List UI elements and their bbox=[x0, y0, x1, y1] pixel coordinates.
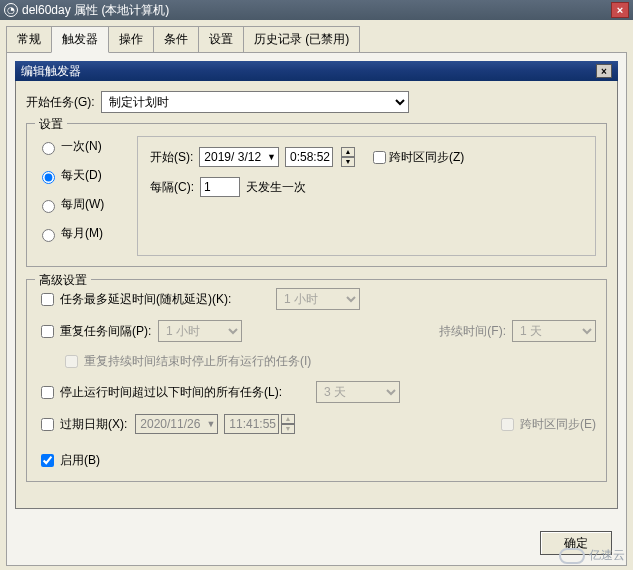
window-close-button[interactable]: × bbox=[611, 2, 629, 18]
tab-general[interactable]: 常规 bbox=[6, 26, 52, 53]
adv-repeat-checkbox[interactable] bbox=[41, 325, 54, 338]
ok-button[interactable]: 确定 bbox=[540, 531, 612, 555]
adv-repeat-select[interactable]: 1 小时 bbox=[158, 320, 242, 342]
freq-once-radio[interactable] bbox=[42, 142, 55, 155]
freq-weekly-label: 每周(W) bbox=[61, 196, 104, 213]
adv-expire-row: 过期日期(X): 2020/11/26 ▼ 11:41:55 ▲ ▼ 跨时区同步… bbox=[37, 413, 596, 435]
tab-conditions[interactable]: 条件 bbox=[153, 26, 199, 53]
app-icon: ◔ bbox=[4, 3, 18, 17]
dialog-close-button[interactable]: × bbox=[596, 64, 612, 78]
frequency-detail-panel: 开始(S): 2019/ 3/12 ▼ 0:58:52 ▲ ▼ bbox=[137, 136, 596, 256]
tab-triggers[interactable]: 触发器 bbox=[51, 26, 109, 53]
recur-row: 每隔(C): 天发生一次 bbox=[150, 177, 583, 197]
spin-up-icon: ▲ bbox=[281, 414, 295, 424]
adv-stop-at-end-checkbox bbox=[65, 355, 78, 368]
adv-enabled-label: 启用(B) bbox=[60, 452, 100, 469]
settings-legend: 设置 bbox=[35, 116, 67, 133]
begin-task-select[interactable]: 制定计划时 bbox=[101, 91, 409, 113]
window-titlebar: ◔ del60day 属性 (本地计算机) × bbox=[0, 0, 633, 20]
adv-repeat-row: 重复任务间隔(P): 1 小时 持续时间(F): 1 天 bbox=[37, 320, 596, 342]
adv-duration-label: 持续时间(F): bbox=[439, 323, 506, 340]
expire-tz-label: 跨时区同步(E) bbox=[520, 416, 596, 433]
freq-monthly-label: 每月(M) bbox=[61, 225, 103, 242]
spin-up-icon[interactable]: ▲ bbox=[341, 147, 355, 157]
time-spinner[interactable]: ▲ ▼ bbox=[341, 147, 355, 167]
freq-monthly[interactable]: 每月(M) bbox=[37, 225, 133, 242]
tab-actions[interactable]: 操作 bbox=[108, 26, 154, 53]
cross-tz-row[interactable]: 跨时区同步(Z) bbox=[369, 148, 464, 167]
adv-expire-label: 过期日期(X): bbox=[60, 416, 127, 433]
adv-delay-label: 任务最多延迟时间(随机延迟)(K): bbox=[60, 291, 276, 308]
start-time-value: 0:58:52 bbox=[290, 150, 330, 164]
cross-tz-checkbox[interactable] bbox=[373, 151, 386, 164]
adv-stop-exceed-checkbox[interactable] bbox=[41, 386, 54, 399]
tabs-row: 常规 触发器 操作 条件 设置 历史记录 (已禁用) bbox=[0, 20, 633, 53]
expire-date-picker[interactable]: 2020/11/26 ▼ bbox=[135, 414, 218, 434]
freq-daily-radio[interactable] bbox=[42, 171, 55, 184]
freq-monthly-radio[interactable] bbox=[42, 229, 55, 242]
begin-task-label: 开始任务(G): bbox=[26, 94, 95, 111]
start-date-value: 2019/ 3/12 bbox=[204, 150, 261, 164]
freq-once-label: 一次(N) bbox=[61, 138, 102, 155]
start-label: 开始(S): bbox=[150, 149, 193, 166]
adv-enabled-checkbox[interactable] bbox=[41, 454, 54, 467]
freq-weekly-radio[interactable] bbox=[42, 200, 55, 213]
adv-duration-select[interactable]: 1 天 bbox=[512, 320, 596, 342]
adv-stop-exceed-row: 停止运行时间超过以下时间的所有任务(L): 3 天 bbox=[37, 381, 596, 403]
tab-settings[interactable]: 设置 bbox=[198, 26, 244, 53]
adv-stop-at-end-label: 重复持续时间结束时停止所有运行的任务(I) bbox=[84, 353, 311, 370]
start-row: 开始(S): 2019/ 3/12 ▼ 0:58:52 ▲ ▼ bbox=[150, 147, 583, 167]
adv-delay-row: 任务最多延迟时间(随机延迟)(K): 1 小时 bbox=[37, 288, 596, 310]
advanced-groupbox: 高级设置 任务最多延迟时间(随机延迟)(K): 1 小时 重复任务间隔(P): … bbox=[26, 279, 607, 482]
expire-tz-checkbox bbox=[501, 418, 514, 431]
adv-delay-select[interactable]: 1 小时 bbox=[276, 288, 360, 310]
expire-tz-row: 跨时区同步(E) bbox=[497, 415, 596, 434]
begin-task-row: 开始任务(G): 制定计划时 bbox=[26, 91, 607, 113]
freq-once[interactable]: 一次(N) bbox=[37, 138, 133, 155]
adv-stop-at-end-row: 重复持续时间结束时停止所有运行的任务(I) bbox=[61, 352, 596, 371]
recur-label-post: 天发生一次 bbox=[246, 179, 306, 196]
dialog-title: 编辑触发器 bbox=[21, 63, 81, 80]
tab-panel: 编辑触发器 × 开始任务(G): 制定计划时 设置 一次(N) bbox=[6, 52, 627, 566]
expire-time-value: 11:41:55 bbox=[229, 417, 276, 431]
spin-down-icon[interactable]: ▼ bbox=[341, 157, 355, 167]
cross-tz-label: 跨时区同步(Z) bbox=[389, 149, 464, 166]
recur-input[interactable] bbox=[200, 177, 240, 197]
button-row: 确定 bbox=[540, 531, 612, 555]
expire-time-spinner[interactable]: ▲ ▼ bbox=[281, 414, 295, 434]
start-time-picker[interactable]: 0:58:52 bbox=[285, 147, 333, 167]
freq-daily[interactable]: 每天(D) bbox=[37, 167, 133, 184]
chevron-down-icon[interactable]: ▼ bbox=[267, 152, 276, 162]
dialog-body: 开始任务(G): 制定计划时 设置 一次(N) 每天(D) bbox=[15, 81, 618, 509]
freq-weekly[interactable]: 每周(W) bbox=[37, 196, 133, 213]
dialog-titlebar: 编辑触发器 × bbox=[15, 61, 618, 81]
expire-date-value: 2020/11/26 bbox=[140, 417, 200, 431]
adv-expire-checkbox[interactable] bbox=[41, 418, 54, 431]
window-title: del60day 属性 (本地计算机) bbox=[22, 2, 169, 19]
adv-repeat-label: 重复任务间隔(P): bbox=[60, 323, 158, 340]
frequency-column: 一次(N) 每天(D) 每周(W) 每月(M) bbox=[37, 132, 133, 256]
tab-history[interactable]: 历史记录 (已禁用) bbox=[243, 26, 360, 53]
freq-daily-label: 每天(D) bbox=[61, 167, 102, 184]
spin-down-icon: ▼ bbox=[281, 424, 295, 434]
adv-delay-checkbox[interactable] bbox=[41, 293, 54, 306]
expire-time-picker[interactable]: 11:41:55 bbox=[224, 414, 279, 434]
adv-stop-exceed-select[interactable]: 3 天 bbox=[316, 381, 400, 403]
recur-label-pre: 每隔(C): bbox=[150, 179, 194, 196]
adv-enabled-row: 启用(B) bbox=[37, 449, 596, 471]
advanced-legend: 高级设置 bbox=[35, 272, 91, 289]
settings-groupbox: 设置 一次(N) 每天(D) 每周(W) bbox=[26, 123, 607, 267]
start-date-picker[interactable]: 2019/ 3/12 ▼ bbox=[199, 147, 279, 167]
adv-stop-exceed-label: 停止运行时间超过以下时间的所有任务(L): bbox=[60, 384, 316, 401]
chevron-down-icon[interactable]: ▼ bbox=[206, 419, 215, 429]
